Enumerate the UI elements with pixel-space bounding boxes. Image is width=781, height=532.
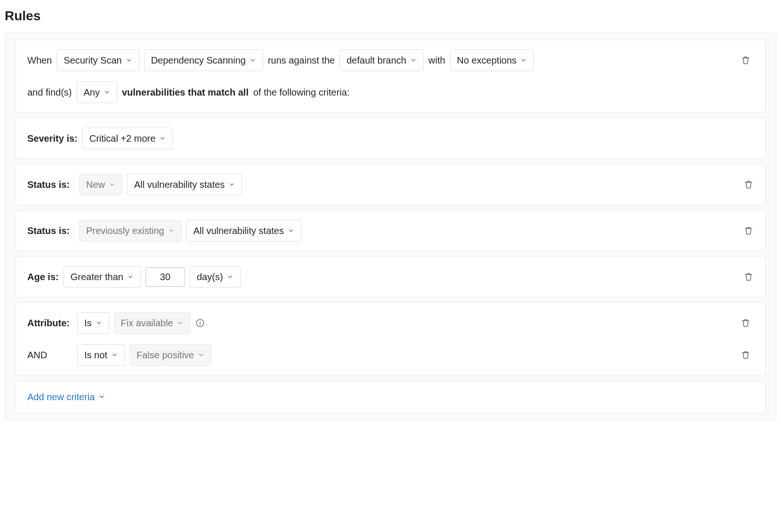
status-tag-dropdown[interactable]: New bbox=[79, 174, 122, 195]
add-criteria-button[interactable]: Add new criteria bbox=[27, 390, 105, 403]
severity-value: Critical +2 more bbox=[89, 132, 156, 145]
age-unit-value: day(s) bbox=[197, 270, 223, 283]
vuln-match-text: vulnerabilities that match all bbox=[122, 86, 249, 99]
severity-criteria-card: Severity is: Critical +2 more bbox=[16, 118, 765, 159]
and-label: AND bbox=[27, 348, 72, 362]
attribute-op-dropdown[interactable]: Is bbox=[77, 312, 109, 334]
chevron-down-icon bbox=[126, 57, 132, 64]
attribute-value: False positive bbox=[137, 348, 194, 362]
chevron-down-icon bbox=[250, 57, 256, 64]
age-operator-dropdown[interactable]: Greater than bbox=[64, 266, 141, 288]
age-unit-dropdown[interactable]: day(s) bbox=[190, 266, 241, 288]
status-state-dropdown[interactable]: All vulnerability states bbox=[186, 220, 301, 242]
delete-rule-button[interactable] bbox=[738, 52, 754, 68]
info-icon[interactable] bbox=[195, 318, 205, 328]
delete-criteria-button[interactable] bbox=[741, 223, 757, 239]
chevron-down-icon bbox=[168, 227, 175, 234]
delete-criteria-button[interactable] bbox=[741, 177, 757, 193]
svg-point-2 bbox=[200, 321, 201, 322]
status-label: Status is: bbox=[27, 224, 74, 237]
delete-attribute-row-button[interactable] bbox=[738, 347, 754, 363]
chevron-down-icon bbox=[177, 320, 184, 326]
age-operator-value: Greater than bbox=[71, 270, 123, 283]
status-state-value: All vulnerability states bbox=[193, 224, 284, 237]
scanner-dropdown[interactable]: Dependency Scanning bbox=[144, 49, 263, 71]
runs-against-text: runs against the bbox=[268, 54, 335, 67]
chevron-down-icon bbox=[288, 227, 294, 234]
chevron-down-icon bbox=[104, 89, 110, 96]
branch-dropdown[interactable]: default branch bbox=[339, 49, 424, 71]
status-tag-value: New bbox=[86, 178, 105, 191]
chevron-down-icon bbox=[109, 181, 115, 188]
add-criteria-card: Add new criteria bbox=[16, 380, 765, 413]
of-following-text: of the following criteria: bbox=[253, 86, 350, 99]
status-label: Status is: bbox=[27, 178, 74, 191]
rules-container: When Security Scan Dependency Scanning r… bbox=[5, 32, 776, 420]
status-new-criteria-card: Status is: New All vulnerability states bbox=[16, 164, 765, 205]
attribute-op-value: Is not bbox=[84, 348, 107, 362]
any-dropdown[interactable]: Any bbox=[77, 81, 117, 103]
severity-dropdown[interactable]: Critical +2 more bbox=[82, 128, 173, 149]
attribute-criteria-card: Attribute: Is Fix available bbox=[16, 302, 765, 376]
rule-sentence-card: When Security Scan Dependency Scanning r… bbox=[16, 40, 765, 113]
chevron-down-icon bbox=[98, 394, 105, 400]
attribute-label: Attribute: bbox=[27, 316, 72, 330]
chevron-down-icon bbox=[198, 352, 204, 358]
exceptions-dropdown[interactable]: No exceptions bbox=[450, 49, 534, 71]
chevron-down-icon bbox=[227, 274, 233, 280]
attribute-value-dropdown[interactable]: Fix available bbox=[114, 312, 191, 334]
and-finds-text: and find(s) bbox=[27, 86, 72, 99]
scanner-label: Dependency Scanning bbox=[151, 54, 246, 67]
age-value-input[interactable] bbox=[145, 267, 185, 287]
rules-heading: Rules bbox=[5, 7, 776, 25]
with-text: with bbox=[428, 54, 445, 67]
status-tag-dropdown[interactable]: Previously existing bbox=[79, 220, 182, 242]
when-text: When bbox=[27, 54, 52, 67]
scan-type-label: Security Scan bbox=[64, 54, 121, 67]
chevron-down-icon bbox=[96, 320, 102, 326]
chevron-down-icon bbox=[520, 57, 527, 64]
attribute-op-dropdown[interactable]: Is not bbox=[77, 344, 125, 366]
status-state-dropdown[interactable]: All vulnerability states bbox=[127, 174, 242, 195]
scan-type-dropdown[interactable]: Security Scan bbox=[56, 49, 139, 71]
branch-label: default branch bbox=[346, 54, 406, 67]
attribute-value: Fix available bbox=[121, 316, 173, 330]
age-label: Age is: bbox=[27, 270, 59, 283]
delete-criteria-button[interactable] bbox=[741, 269, 757, 285]
age-criteria-card: Age is: Greater than day(s) bbox=[16, 256, 765, 298]
delete-attribute-row-button[interactable] bbox=[738, 315, 754, 331]
status-tag-value: Previously existing bbox=[86, 224, 164, 237]
add-criteria-label: Add new criteria bbox=[27, 390, 95, 403]
chevron-down-icon bbox=[111, 352, 118, 358]
status-existing-criteria-card: Status is: Previously existing All vulne… bbox=[16, 210, 765, 251]
chevron-down-icon bbox=[127, 274, 134, 280]
any-label: Any bbox=[84, 86, 100, 99]
attribute-value-dropdown[interactable]: False positive bbox=[129, 344, 211, 366]
chevron-down-icon bbox=[410, 57, 417, 64]
severity-label: Severity is: bbox=[27, 132, 78, 145]
exceptions-label: No exceptions bbox=[457, 54, 517, 67]
status-state-value: All vulnerability states bbox=[134, 178, 225, 191]
chevron-down-icon bbox=[159, 135, 166, 142]
attribute-op-value: Is bbox=[84, 316, 92, 330]
chevron-down-icon bbox=[228, 181, 235, 188]
